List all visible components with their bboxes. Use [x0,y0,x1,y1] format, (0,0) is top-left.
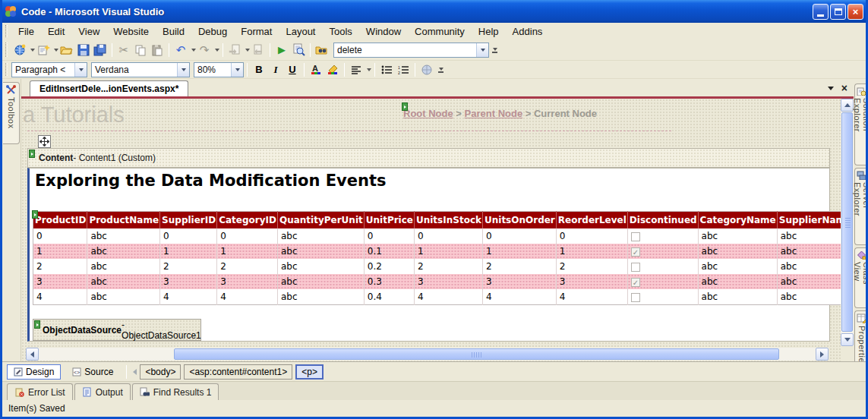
smart-tag-glyph[interactable] [34,320,40,329]
command-combobox[interactable]: delete [333,43,489,58]
paste-button[interactable] [149,42,166,58]
highlight-button[interactable] [324,61,341,78]
objectdatasource-control[interactable]: ObjectDataSource - ObjectDataSource1 [33,319,201,341]
menu-item-format[interactable]: Format [234,24,279,39]
add-item-button[interactable] [35,42,52,58]
content-panel[interactable]: Exploring the Data Modification Events P… [27,168,830,342]
cut-icon[interactable]: ✂ [115,42,132,58]
new-website-button[interactable] [11,42,28,58]
smart-tag-glyph[interactable] [32,210,38,219]
horizontal-scrollbar[interactable] [26,348,829,361]
breadcrumb-parent-link[interactable]: Parent Node [465,108,523,119]
tab-list-dropdown-icon[interactable] [828,87,834,90]
tab-server-explorer[interactable]: Server Explorer [854,168,868,245]
command-combobox-arrow[interactable] [476,43,488,57]
numbered-list-button[interactable]: 12 [395,61,412,78]
discontinued-checkbox [631,293,640,302]
font-size-combobox[interactable]: 80% [194,62,244,77]
block-format-combobox[interactable]: Paragraph < [11,62,87,77]
smart-tag-glyph[interactable] [402,102,408,111]
menu-item-help[interactable]: Help [472,24,506,39]
menu-item-edit[interactable]: Edit [41,24,71,39]
italic-button[interactable]: I [267,61,284,78]
font-name-combobox[interactable]: Verdana [91,62,190,77]
design-view-button[interactable]: Design [7,364,61,380]
copy-button[interactable] [132,42,149,58]
save-all-button[interactable] [92,42,109,58]
tag-body-button[interactable]: <body> [140,364,181,380]
document-tab[interactable]: EditInsertDele...ionEvents.aspx* [30,80,188,96]
close-document-icon[interactable]: × [841,83,847,93]
menu-item-addins[interactable]: Addins [506,24,550,39]
breadcrumb-root-link[interactable]: Root Node [403,108,453,119]
grid-cell: abc [698,289,777,305]
undo-icon[interactable]: ↶ [172,42,189,58]
tab-label: Solution Explorer [853,98,868,162]
align-dropdown[interactable] [367,68,371,71]
navigate-backward-button[interactable] [226,42,243,58]
menu-item-window[interactable]: Window [359,24,408,39]
vertical-scrollbar[interactable] [841,99,854,346]
font-color-button[interactable]: A [308,61,324,78]
breadcrumb-current: Current Node [534,108,597,119]
minimize-button[interactable] [813,4,829,20]
menu-item-tools[interactable]: Tools [323,24,359,39]
grid-cell: 1 [556,244,627,259]
gridview[interactable]: ProductIDProductNameSupplierIDCategoryID… [33,211,841,305]
menu-grip[interactable] [5,25,8,36]
smart-tag-glyph[interactable] [29,150,35,158]
content-control-header[interactable]: Content - Content1 (Custom) [27,148,830,168]
menu-item-file[interactable]: File [11,24,41,39]
bottom-panel-tabs: Error List Output Find Results 1 [2,381,866,400]
font-name-arrow[interactable] [177,63,189,77]
vertical-scroll-thumb[interactable] [841,112,853,332]
toolbox-tab[interactable]: Toolbox [3,82,20,144]
start-debug-icon[interactable]: ▶ [273,42,290,58]
find-results-tab[interactable]: Find Results 1 [132,383,219,400]
scroll-down-icon[interactable] [841,333,854,346]
bullet-list-button[interactable] [378,61,395,78]
menu-item-build[interactable]: Build [156,24,191,39]
save-button[interactable] [75,42,92,58]
navigate-forward-button[interactable] [250,42,267,58]
toolbar-overflow-icon[interactable] [492,47,497,53]
close-button[interactable]: × [847,4,863,20]
tab-class-view[interactable]: Class View [854,247,868,308]
tag-p-button[interactable]: <p> [295,364,324,380]
hyperlink-button[interactable] [418,61,435,78]
font-size-arrow[interactable] [231,63,243,77]
redo-dropdown[interactable] [215,49,219,52]
tag-aspcontent-button[interactable]: <asp:content#content1> [184,364,292,380]
scroll-right-icon[interactable] [816,348,829,361]
toolbar-grip[interactable] [5,63,8,75]
grid-header-discontinued: Discontinued [627,212,698,229]
menu-item-view[interactable]: View [71,24,106,39]
view-in-browser-button[interactable] [290,42,307,58]
scroll-left-icon[interactable] [26,348,39,361]
scroll-up-icon[interactable] [841,99,854,112]
align-button[interactable] [348,61,365,78]
menu-item-debug[interactable]: Debug [191,24,234,39]
bold-button[interactable]: B [251,61,267,78]
toolbar-grip[interactable] [5,43,8,57]
maximize-button[interactable] [830,4,846,20]
tag-nav-back-icon[interactable] [133,369,137,375]
error-list-tab[interactable]: Error List [7,383,73,400]
move-handle-icon[interactable] [38,135,51,148]
table-row: 1abc11abc0.1111✓abcabc [33,244,841,259]
source-view-button[interactable]: <> Source [65,364,120,380]
tab-solution-explorer[interactable]: Solution Explorer [854,83,868,165]
horizontal-scroll-thumb[interactable] [174,348,779,360]
open-file-button[interactable] [58,42,75,58]
output-tab[interactable]: Output [74,383,131,400]
banner-text: a Tutorials [23,102,125,128]
find-in-files-button[interactable] [314,42,330,58]
underline-button[interactable]: U [284,61,301,78]
menu-item-website[interactable]: Website [106,24,156,39]
design-surface[interactable]: a Tutorials Root Node > Parent Node > Cu… [21,99,841,361]
block-format-arrow[interactable] [74,63,87,77]
redo-icon[interactable]: ↷ [196,42,213,58]
toolbar-overflow-icon[interactable] [438,67,443,73]
menu-item-layout[interactable]: Layout [279,24,322,39]
menu-item-community[interactable]: Community [408,24,472,39]
